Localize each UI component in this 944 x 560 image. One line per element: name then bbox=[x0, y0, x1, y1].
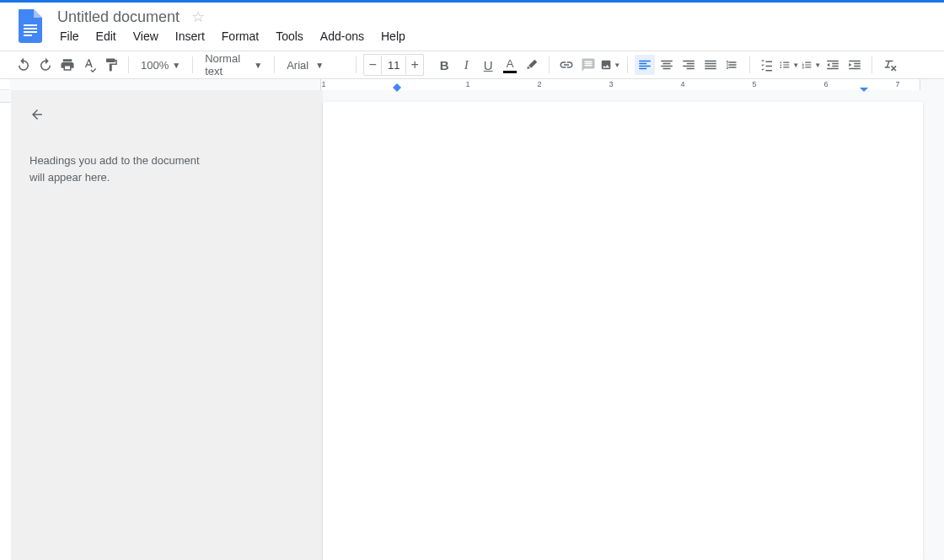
link-button[interactable] bbox=[556, 55, 577, 75]
ruler-number: 4 bbox=[680, 80, 684, 88]
menu-addons[interactable]: Add-ons bbox=[318, 28, 367, 45]
svg-marker-5 bbox=[393, 88, 401, 92]
checklist-button[interactable] bbox=[757, 55, 777, 75]
ruler-number: 7 bbox=[895, 80, 899, 88]
font-size-input[interactable] bbox=[381, 56, 406, 74]
svg-rect-2 bbox=[24, 31, 37, 33]
left-indent-marker[interactable] bbox=[393, 80, 401, 95]
align-center-button[interactable] bbox=[657, 55, 677, 75]
chevron-down-icon: ▼ bbox=[315, 61, 324, 70]
zoom-value: 100% bbox=[141, 59, 169, 72]
ruler-number: 5 bbox=[752, 80, 756, 88]
ruler-number: 2 bbox=[537, 80, 541, 88]
document-page[interactable] bbox=[323, 102, 923, 560]
paint-format-button[interactable] bbox=[101, 55, 121, 75]
svg-rect-1 bbox=[24, 28, 37, 29]
horizontal-ruler[interactable]: 1 1 2 3 4 5 6 7 bbox=[0, 79, 944, 90]
underline-button[interactable]: U bbox=[478, 55, 498, 75]
chevron-down-icon: ▼ bbox=[254, 61, 262, 70]
outline-close-button[interactable] bbox=[30, 107, 304, 125]
bold-button[interactable]: B bbox=[434, 55, 454, 75]
undo-button[interactable] bbox=[13, 55, 34, 75]
docs-logo[interactable] bbox=[13, 8, 44, 45]
indent-decrease-button[interactable] bbox=[823, 55, 843, 75]
align-left-button[interactable] bbox=[635, 55, 655, 75]
comment-button[interactable] bbox=[578, 55, 598, 75]
toolbar-separator bbox=[128, 56, 129, 73]
redo-button[interactable] bbox=[35, 55, 56, 75]
toolbar-separator bbox=[192, 56, 193, 73]
italic-button[interactable]: I bbox=[456, 55, 476, 75]
font-size-increase-button[interactable]: + bbox=[406, 55, 423, 75]
highlight-button[interactable] bbox=[522, 55, 542, 75]
font-size-decrease-button[interactable]: − bbox=[364, 55, 381, 75]
vertical-ruler[interactable] bbox=[0, 90, 11, 560]
align-justify-button[interactable] bbox=[700, 55, 721, 75]
bullet-list-button[interactable]: ▼ bbox=[779, 55, 799, 75]
svg-rect-0 bbox=[24, 24, 37, 26]
font-dropdown[interactable]: Arial▼ bbox=[282, 55, 349, 75]
menu-insert[interactable]: Insert bbox=[173, 28, 207, 45]
menu-format[interactable]: Format bbox=[219, 28, 261, 45]
toolbar-separator bbox=[274, 56, 275, 73]
menu-help[interactable]: Help bbox=[378, 28, 408, 45]
style-value: Normal text bbox=[205, 52, 247, 77]
style-dropdown[interactable]: Normal text▼ bbox=[200, 55, 267, 75]
outline-panel: Headings you add to the document will ap… bbox=[11, 90, 323, 560]
text-color-button[interactable]: A bbox=[500, 55, 520, 75]
spellcheck-button[interactable] bbox=[79, 55, 99, 75]
ruler-number: 1 bbox=[321, 80, 325, 88]
svg-marker-4 bbox=[393, 83, 401, 88]
ruler-number: 1 bbox=[465, 80, 469, 88]
align-right-button[interactable] bbox=[678, 55, 699, 75]
main-area: Headings you add to the document will ap… bbox=[0, 90, 944, 560]
number-list-button[interactable]: ▼ bbox=[801, 55, 821, 75]
chevron-down-icon: ▼ bbox=[614, 61, 620, 69]
image-button[interactable]: ▼ bbox=[600, 55, 620, 75]
print-button[interactable] bbox=[57, 55, 78, 75]
right-indent-marker[interactable] bbox=[860, 80, 868, 95]
chevron-down-icon: ▼ bbox=[814, 61, 821, 69]
indent-increase-button[interactable] bbox=[845, 55, 865, 75]
chevron-down-icon: ▼ bbox=[172, 61, 180, 70]
page-container bbox=[323, 90, 944, 560]
doc-title[interactable]: Untitled document bbox=[57, 8, 180, 26]
clear-format-button[interactable] bbox=[879, 55, 899, 75]
zoom-dropdown[interactable]: 100%▼ bbox=[136, 55, 185, 75]
ruler-number: 6 bbox=[823, 80, 828, 88]
line-spacing-button[interactable] bbox=[722, 55, 743, 75]
menu-edit[interactable]: Edit bbox=[94, 28, 119, 45]
toolbar-separator bbox=[749, 56, 750, 73]
toolbar-separator bbox=[549, 56, 550, 73]
header: Untitled document ☆ File Edit View Inser… bbox=[0, 3, 944, 51]
toolbar-separator bbox=[872, 56, 872, 73]
font-size-group: − + bbox=[363, 54, 424, 76]
menu-bar: File Edit View Insert Format Tools Add-o… bbox=[57, 28, 408, 45]
star-icon[interactable]: ☆ bbox=[191, 8, 205, 26]
svg-rect-3 bbox=[24, 35, 32, 36]
menu-tools[interactable]: Tools bbox=[273, 28, 306, 45]
toolbar-separator bbox=[356, 56, 357, 73]
menu-view[interactable]: View bbox=[131, 28, 161, 45]
toolbar: 100%▼ Normal text▼ Arial▼ − + B I U A ▼ … bbox=[0, 51, 944, 79]
chevron-down-icon: ▼ bbox=[792, 61, 799, 69]
font-value: Arial bbox=[287, 59, 308, 72]
outline-placeholder-text: Headings you add to the document will ap… bbox=[30, 152, 206, 185]
ruler-number: 3 bbox=[609, 80, 613, 88]
svg-marker-6 bbox=[860, 88, 868, 92]
menu-file[interactable]: File bbox=[57, 28, 82, 45]
toolbar-separator bbox=[627, 56, 628, 73]
